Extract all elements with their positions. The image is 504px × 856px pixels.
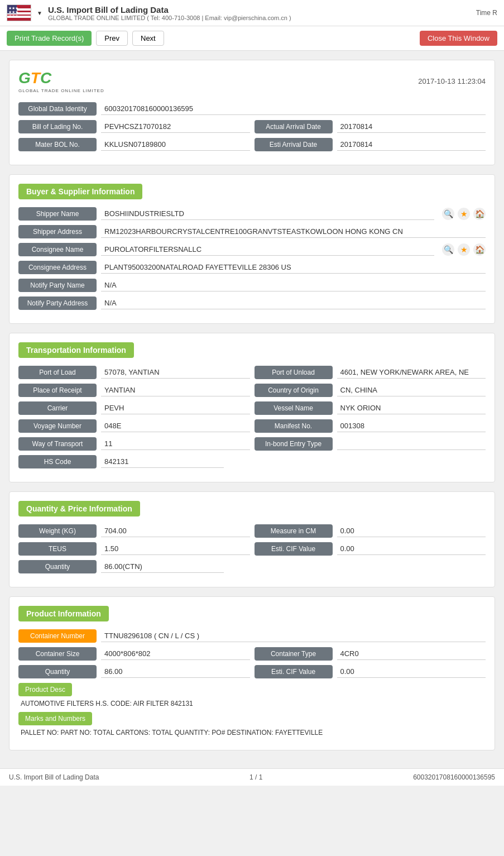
top-bar: ★★★★★★★★★ ▼ U.S. Import Bill of Lading D…: [0, 0, 504, 26]
consignee-name-label: Consignee Name: [18, 243, 97, 256]
voyage-number-value: 048E: [101, 420, 250, 432]
carrier-vessel-row: Carrier PEVH Vessel Name NYK ORION: [18, 401, 486, 415]
port-of-load-value: 57078, YANTIAN: [101, 366, 250, 379]
country-of-origin-value: CN, CHINA: [337, 384, 486, 396]
quantity-value: 86.00(CTN): [101, 561, 224, 573]
transportation-section-label: Transportation Information: [18, 342, 134, 358]
country-of-origin-pair: Country of Origin CN, CHINA: [255, 384, 486, 397]
measure-label: Measure in CM: [255, 524, 333, 538]
logo-row: G T C GLOBAL TRADE ONLINE LIMITED 2017-1…: [18, 69, 486, 93]
dropdown-arrow[interactable]: ▼: [37, 10, 42, 16]
container-number-value: TTNU8296108 ( CN / L / CS ): [101, 630, 486, 642]
place-of-receipt-label: Place of Receipt: [18, 384, 97, 397]
shipper-home-icon[interactable]: 🏠: [473, 208, 486, 220]
consignee-address-value: PLANT95003200NATALROAD FAYETTEVILLE 2830…: [101, 261, 486, 274]
teus-label: TEUS: [18, 542, 97, 556]
shipper-search-icon[interactable]: 🔍: [442, 208, 454, 220]
vessel-name-label: Vessel Name: [255, 401, 333, 415]
voyage-pair: Voyage Number 048E: [18, 419, 250, 433]
notify-party-address-label: Notify Party Address: [18, 297, 97, 310]
bol-label: Bill of Lading No.: [18, 120, 97, 133]
container-number-label: Container Number: [18, 629, 97, 643]
product-quantity-value: 86.00: [101, 666, 250, 678]
footer-right: 6003201708160000136595: [413, 773, 495, 781]
weight-pair: Weight (KG) 704.00: [18, 524, 250, 538]
way-of-transport-pair: Way of Transport 11: [18, 437, 250, 451]
mater-bol-row: Mater BOL No. KKLUSN07189800 Esti Arriva…: [18, 138, 486, 151]
teus-cif-row: TEUS 1.50 Esti. CIF Value 0.00: [18, 542, 486, 556]
measure-value: 0.00: [337, 525, 486, 537]
header-card: G T C GLOBAL TRADE ONLINE LIMITED 2017-1…: [9, 60, 495, 165]
time-label: Time R: [476, 9, 497, 17]
prev-button[interactable]: Prev: [96, 31, 128, 46]
port-of-load-pair: Port of Load 57078, YANTIAN: [18, 366, 250, 379]
close-window-button[interactable]: Close This Window: [420, 31, 497, 46]
hs-code-label: HS Code: [18, 455, 97, 468]
way-inbond-row: Way of Transport 11 In-bond Entry Type: [18, 437, 486, 451]
shipper-star-icon[interactable]: ★: [458, 208, 470, 220]
voyage-manifest-row: Voyage Number 048E Manifest No. 001308: [18, 419, 486, 433]
container-size-label: Container Size: [18, 647, 97, 661]
consignee-address-label: Consignee Address: [18, 261, 97, 274]
way-of-transport-value: 11: [101, 438, 250, 450]
global-data-identity-label: Global Data Identity: [18, 102, 97, 116]
product-esti-cif-label: Esti. CIF Value: [255, 665, 333, 678]
marks-and-numbers-button[interactable]: Marks and Numbers: [18, 712, 92, 725]
bol-value: PEVHCSZ17070182: [101, 121, 250, 133]
footer-center: 1 / 1: [249, 773, 262, 781]
consignee-address-row: Consignee Address PLANT95003200NATALROAD…: [18, 261, 486, 274]
logo: G T C GLOBAL TRADE ONLINE LIMITED: [18, 69, 104, 93]
shipper-address-row: Shipper Address RM12023HARBOURCRYSTALCEN…: [18, 225, 486, 238]
port-of-load-label: Port of Load: [18, 366, 97, 379]
mater-bol-pair: Mater BOL No. KKLUSN07189800: [18, 138, 250, 151]
manifest-no-label: Manifest No.: [255, 419, 333, 433]
product-esti-cif-value: 0.00: [337, 666, 486, 678]
logo-gto: G T C: [18, 69, 51, 87]
shipper-name-row: Shipper Name BOSHIINDUSTRIESLTD 🔍 ★ 🏠: [18, 207, 486, 221]
esti-arrival-pair: Esti Arrival Date 20170814: [255, 138, 486, 151]
consignee-search-icon[interactable]: 🔍: [442, 243, 454, 256]
container-type-pair: Container Type 4CR0: [255, 647, 486, 661]
notify-party-name-label: Notify Party Name: [18, 279, 97, 292]
weight-value: 704.00: [101, 525, 250, 537]
product-desc-button[interactable]: Product Desc: [18, 683, 72, 696]
app-subtitle: GLOBAL TRADE ONLINE LIMITED ( Tel: 400-7…: [48, 15, 291, 21]
print-button[interactable]: Print Trade Record(s): [7, 31, 92, 46]
consignee-icons: 🔍 ★ 🏠: [442, 243, 486, 256]
footer-left: U.S. Import Bill of Lading Data: [9, 773, 99, 781]
actual-arrival-value: 20170814: [337, 121, 486, 133]
marks-and-numbers-text: PALLET NO: PART NO: TOTAL CARTONS: TOTAL…: [18, 729, 486, 737]
main-content: G T C GLOBAL TRADE ONLINE LIMITED 2017-1…: [0, 51, 504, 768]
product-information-header: Product Information: [18, 606, 486, 629]
hs-code-value: 842131: [101, 456, 224, 468]
quantity-price-section-label: Quantity & Price Information: [18, 501, 140, 517]
weight-label: Weight (KG): [18, 524, 97, 538]
notify-party-name-value: N/A: [101, 279, 486, 291]
app-info: U.S. Import Bill of Lading Data GLOBAL T…: [48, 5, 291, 21]
voyage-number-label: Voyage Number: [18, 419, 97, 433]
app-title: U.S. Import Bill of Lading Data: [48, 5, 291, 15]
next-button[interactable]: Next: [132, 31, 164, 46]
container-size-type-row: Container Size 4000*806*802 Container Ty…: [18, 647, 486, 661]
consignee-home-icon[interactable]: 🏠: [473, 243, 486, 256]
container-number-row: Container Number TTNU8296108 ( CN / L / …: [18, 629, 486, 643]
product-information-card: Product Information Container Number TTN…: [9, 596, 495, 750]
shipper-address-label: Shipper Address: [18, 225, 97, 238]
receipt-origin-row: Place of Receipt YANTIAN Country of Orig…: [18, 384, 486, 397]
manifest-no-value: 001308: [337, 420, 486, 432]
teus-value: 1.50: [101, 543, 250, 555]
shipper-name-value: BOSHIINDUSTRIESLTD: [101, 208, 434, 220]
quantity-label: Quantity: [18, 560, 97, 573]
port-of-unload-label: Port of Unload: [255, 366, 333, 379]
buyer-supplier-section-label: Buyer & Supplier Information: [18, 184, 142, 199]
port-of-unload-pair: Port of Unload 4601, NEW YORK/NEWARK ARE…: [255, 366, 486, 379]
inbond-entry-label: In-bond Entry Type: [255, 437, 333, 451]
actual-arrival-pair: Actual Arrival Date 20170814: [255, 120, 486, 133]
vessel-name-value: NYK ORION: [337, 402, 486, 414]
logo-datetime: 2017-10-13 11:23:04: [418, 77, 486, 85]
container-size-pair: Container Size 4000*806*802: [18, 647, 250, 661]
product-esti-cif-pair: Esti. CIF Value 0.00: [255, 665, 486, 678]
place-of-receipt-pair: Place of Receipt YANTIAN: [18, 384, 250, 397]
consignee-star-icon[interactable]: ★: [458, 243, 470, 256]
consignee-name-row: Consignee Name PUROLATORFILTERSNALLC 🔍 ★…: [18, 243, 486, 256]
